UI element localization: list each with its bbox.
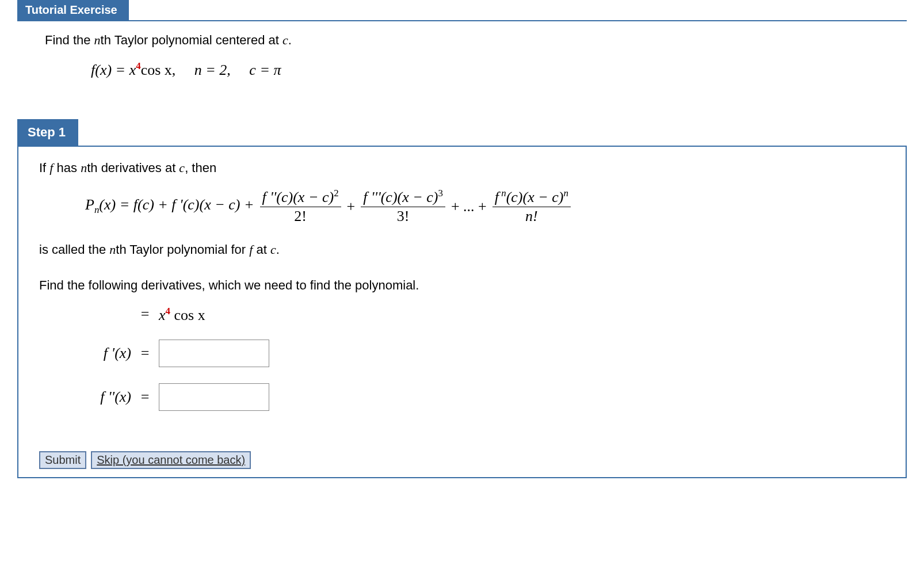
formula-term3: f '''(c)(x − c)3 3! [361, 188, 445, 225]
prompt-c: c [282, 33, 288, 47]
f-rhs-b: cos x [170, 306, 205, 323]
t1n: n [81, 161, 87, 175]
t1b: has [53, 161, 81, 175]
button-row: Submit Skip (you cannot come back) [39, 451, 885, 469]
fprime-label: f '(x) [91, 345, 131, 362]
formula-plus-dots: + ... + [451, 198, 487, 215]
step-1-body: If f has nth derivatives at c, then Pn(x… [17, 147, 907, 479]
c-value: c = π [249, 62, 281, 78]
t2d: . [276, 242, 280, 257]
step-line-3: Find the following derivatives, which we… [39, 278, 885, 293]
step-divider: Step 1 [17, 119, 907, 147]
problem-prompt: Find the nth Taylor polynomial centered … [45, 33, 896, 48]
func-rhs: cos x, [141, 62, 176, 78]
f2prime-eq: = [139, 388, 151, 406]
f-rhs-exp: 4 [166, 306, 170, 317]
t2-num-exp: 2 [334, 188, 338, 199]
tn-num-sup: n [499, 188, 506, 199]
tn-den: n! [525, 207, 538, 225]
step-line-2: is called the nth Taylor polynomial for … [39, 242, 885, 257]
deriv-row-fprime: f '(x) = [91, 340, 885, 367]
formula-lhs-arg: (x) = f(c) + f '(c)(x − c) + [99, 196, 254, 213]
prompt-text-pre: Find the [45, 33, 94, 47]
formula-P: P [85, 196, 94, 213]
skip-button[interactable]: Skip (you cannot come back) [91, 451, 251, 469]
prompt-text-end: . [288, 33, 292, 47]
taylor-formula: Pn(x) = f(c) + f '(c)(x − c) + f ''(c)(x… [85, 188, 885, 225]
f2prime-input[interactable] [159, 383, 269, 411]
t1a: If [39, 161, 49, 175]
deriv-row-f2prime: f ''(x) = [91, 383, 885, 411]
formula-term2: f ''(c)(x − c)2 2! [260, 188, 341, 225]
f-rhs-a: x [159, 306, 166, 323]
problem-function: f(x) = x4cos x, n = 2, c = π [91, 60, 896, 79]
prompt-n: n [94, 33, 101, 47]
t2a: is called the [39, 242, 109, 257]
t2b: th Taylor polynomial for [116, 242, 249, 257]
tn-num-a: f [495, 188, 499, 205]
func-exponent: 4 [136, 60, 140, 71]
fprime-eq: = [139, 345, 151, 362]
t1c: th derivatives at [87, 161, 179, 175]
t1cv: c [179, 161, 185, 175]
header-divider: Tutorial Exercise [17, 0, 907, 21]
f2prime-label: f ''(x) [91, 388, 131, 406]
t3-num-a: f '''(c)(x − c) [363, 188, 438, 205]
deriv-row-f: = x4 cos x [91, 306, 885, 324]
t2cv: c [270, 242, 276, 257]
prompt-text-mid: th Taylor polynomial centered at [101, 33, 282, 47]
t2-num-a: f ''(c)(x − c) [262, 188, 334, 205]
func-lhs: f(x) = x [91, 62, 136, 78]
tn-num-exp: n [563, 188, 568, 199]
f-eq: = [139, 306, 151, 323]
step-line-1: If f has nth derivatives at c, then [39, 161, 885, 176]
t1d: , then [185, 161, 216, 175]
t3-num-exp: 3 [438, 188, 442, 199]
problem-statement: Find the nth Taylor polynomial centered … [17, 21, 907, 113]
submit-button[interactable]: Submit [39, 451, 86, 469]
t2n: n [109, 242, 116, 257]
tn-num-b: (c)(x − c) [506, 188, 564, 205]
t3-den: 3! [397, 207, 410, 225]
derivative-table: = x4 cos x f '(x) = f ''(x) = [91, 306, 885, 411]
formula-plus1: + [347, 198, 356, 215]
t2-den: 2! [294, 207, 307, 225]
step-1-header: Step 1 [17, 119, 78, 146]
n-value: n = 2, [194, 62, 231, 78]
tutorial-exercise-header: Tutorial Exercise [17, 0, 129, 20]
t2c: at [253, 242, 270, 257]
formula-termn: f n(c)(x − c)n n! [492, 188, 571, 225]
fprime-input[interactable] [159, 340, 269, 367]
